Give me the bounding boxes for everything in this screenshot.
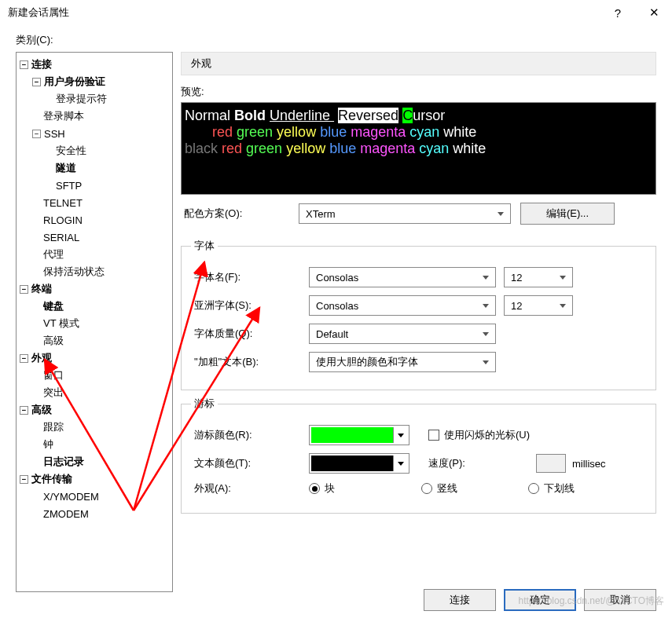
tree-login-script[interactable]: 登录脚本: [17, 108, 172, 125]
collapse-icon[interactable]: −: [20, 475, 28, 484]
tree-filetransfer[interactable]: −文件传输: [17, 470, 172, 488]
ok-button[interactable]: 确定: [504, 589, 576, 611]
cursor-group: 游标 游标颜色(R): 使用闪烁的光标(U) 文本颜色(T): 速度(P): m…: [181, 397, 656, 514]
tree-rlogin[interactable]: RLOGIN: [17, 211, 172, 229]
tab-appearance: 外观: [181, 52, 656, 75]
tree-security[interactable]: 安全性: [17, 142, 172, 159]
tree-advanced1[interactable]: 高级: [17, 332, 172, 349]
tree-advanced2[interactable]: −高级: [17, 401, 172, 419]
category-tree[interactable]: −连接 −用户身份验证 登录提示符 登录脚本 −SSH 安全性 隧道 SFTP …: [16, 52, 173, 592]
scheme-edit-button[interactable]: 编辑(E)...: [520, 203, 615, 225]
help-button[interactable]: ?: [600, 0, 636, 25]
tree-log[interactable]: 日志记录: [17, 453, 172, 470]
font-size-combo[interactable]: 12: [504, 267, 573, 287]
blink-label: 使用闪烁的光标(U): [444, 428, 530, 442]
tree-auth[interactable]: −用户身份验证: [17, 73, 172, 90]
bold-text-label: "加粗"文本(B):: [191, 355, 309, 369]
collapse-icon[interactable]: −: [20, 406, 28, 415]
scheme-label: 配色方案(O):: [181, 207, 299, 221]
tree-proxy[interactable]: 代理: [17, 246, 172, 263]
bold-text-combo[interactable]: 使用大胆的颜色和字体: [309, 352, 496, 372]
asian-font-size-combo[interactable]: 12: [504, 295, 573, 316]
scheme-combo[interactable]: XTerm: [299, 203, 511, 224]
tree-terminal[interactable]: −终端: [17, 280, 172, 298]
collapse-icon[interactable]: −: [32, 130, 41, 138]
close-button[interactable]: ✕: [636, 0, 672, 25]
tree-xymodem[interactable]: X/YMODEM: [17, 488, 172, 505]
asian-font-combo[interactable]: Consolas: [309, 295, 496, 316]
blink-checkbox[interactable]: [428, 430, 439, 441]
shape-underline-radio[interactable]: [528, 483, 539, 494]
connect-button[interactable]: 连接: [424, 589, 496, 611]
tree-vt[interactable]: VT 模式: [17, 315, 172, 332]
font-name-label: 字体名(F):: [191, 270, 309, 284]
speed-label: 速度(P):: [428, 456, 465, 470]
preview-label: 预览:: [181, 85, 656, 99]
tree-connection[interactable]: −连接: [17, 56, 172, 73]
tree-keepalive[interactable]: 保持活动状态: [17, 263, 172, 280]
color-preview: Normal Bold Underline Reversed Cursor re…: [181, 102, 656, 195]
font-group: 字体 字体名(F): Consolas 12 亚洲字体(S): Consolas…: [181, 239, 656, 390]
category-label: 类别(C):: [0, 25, 672, 52]
shape-vbar-radio[interactable]: [421, 483, 432, 494]
cursor-color-label: 游标颜色(R):: [191, 428, 309, 442]
tree-bell[interactable]: 钟: [17, 436, 172, 453]
tree-telnet[interactable]: TELNET: [17, 194, 172, 211]
font-name-combo[interactable]: Consolas: [309, 267, 496, 287]
collapse-icon[interactable]: −: [32, 78, 41, 86]
speed-input[interactable]: [536, 454, 566, 473]
tree-appearance[interactable]: −外观: [17, 349, 172, 367]
cursor-color-button[interactable]: [309, 425, 409, 445]
tree-zmodem[interactable]: ZMODEM: [17, 505, 172, 522]
speed-unit: millisec: [572, 458, 606, 470]
asian-font-label: 亚洲字体(S):: [191, 298, 309, 313]
tree-track[interactable]: 跟踪: [17, 419, 172, 436]
collapse-icon[interactable]: −: [20, 60, 28, 69]
tree-keyboard[interactable]: 键盘: [17, 298, 172, 315]
tree-login-prompt[interactable]: 登录提示符: [17, 90, 172, 108]
font-quality-label: 字体质量(Q):: [191, 327, 309, 341]
cursor-shape-label: 外观(A):: [191, 481, 309, 496]
collapse-icon[interactable]: −: [20, 285, 28, 294]
tree-tunnel[interactable]: 隧道: [17, 159, 172, 177]
cancel-button[interactable]: 取消: [584, 589, 656, 611]
tree-highlight[interactable]: 突出: [17, 384, 172, 401]
collapse-icon[interactable]: −: [20, 354, 28, 363]
tree-ssh[interactable]: −SSH: [17, 125, 172, 142]
tree-serial[interactable]: SERIAL: [17, 229, 172, 246]
window-title: 新建会话属性: [8, 5, 600, 20]
font-quality-combo[interactable]: Default: [309, 324, 496, 344]
text-color-label: 文本颜色(T):: [191, 456, 309, 470]
shape-block-radio[interactable]: [309, 483, 320, 494]
text-color-button[interactable]: [309, 453, 409, 474]
tree-window[interactable]: 窗口: [17, 367, 172, 384]
tree-sftp[interactable]: SFTP: [17, 177, 172, 194]
